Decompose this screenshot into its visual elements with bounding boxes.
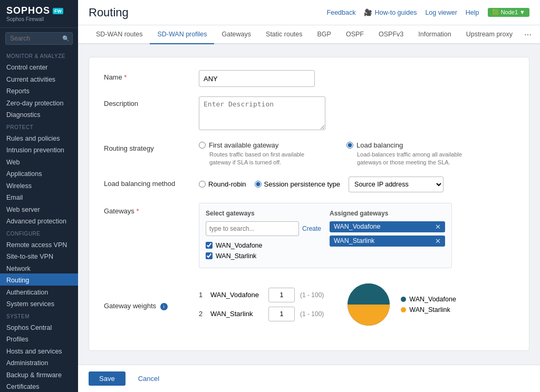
- sidebar-item-network[interactable]: Network: [0, 262, 78, 274]
- form-card: Name * Description Routing strategy: [89, 57, 529, 351]
- tab-more-icon[interactable]: ⋯: [520, 25, 536, 44]
- section-system: SYSTEM: [0, 309, 78, 321]
- lb-radio1-input[interactable]: [199, 181, 206, 188]
- sidebar-item-hosts[interactable]: Hosts and services: [0, 345, 78, 357]
- routing-option-lb: Load balancing Load-balances traffic amo…: [346, 141, 473, 167]
- feedback-link[interactable]: Feedback: [327, 9, 356, 16]
- sidebar-item-remote-vpn[interactable]: Remote access VPN: [0, 238, 78, 250]
- name-input[interactable]: [199, 70, 315, 87]
- tab-sd-wan-routes[interactable]: SD-WAN routes: [89, 25, 150, 44]
- routing-option1-label[interactable]: First available gateway: [199, 141, 325, 149]
- gateway-checkbox-1[interactable]: [206, 252, 213, 259]
- tab-upstream-proxy[interactable]: Upstream proxy: [459, 25, 520, 44]
- weight-input-1[interactable]: [268, 307, 295, 321]
- sidebar-item-intrusion[interactable]: Intrusion prevention: [0, 143, 78, 155]
- remove-assigned-1[interactable]: ✕: [435, 237, 441, 245]
- routing-radio2[interactable]: [346, 142, 353, 149]
- sidebar-item-control-center[interactable]: Control center: [0, 61, 78, 73]
- gateways-required: *: [136, 207, 139, 215]
- video-icon: 🎥: [364, 8, 372, 16]
- sidebar-item-zero-day[interactable]: Zero-day protection: [0, 96, 78, 109]
- sidebar-item-wireless[interactable]: Wireless: [0, 179, 78, 191]
- how-to-link[interactable]: 🎥 How-to guides: [364, 8, 417, 16]
- tab-ospfv3[interactable]: OSPFv3: [371, 25, 411, 44]
- weight-num-0: 1: [199, 291, 205, 299]
- sidebar-item-rules[interactable]: Rules and policies: [0, 132, 78, 144]
- lb-radio1[interactable]: Round-robin: [199, 180, 246, 188]
- description-row: Description: [104, 96, 514, 132]
- routing-radio1[interactable]: [199, 142, 206, 149]
- sidebar-item-site-vpn[interactable]: Site-to-site VPN: [0, 250, 78, 262]
- sidebar-item-reports[interactable]: Reports: [0, 84, 78, 96]
- sidebar-item-profiles[interactable]: Profiles: [0, 332, 78, 345]
- legend-item-1: WAN_Starlink: [401, 306, 456, 313]
- tabs: SD-WAN routes SD-WAN profiles Gateways S…: [78, 25, 540, 44]
- gateway-available-item-0: WAN_Vodafone: [206, 240, 321, 251]
- section-monitor: MONITOR & ANALYZE: [0, 49, 78, 61]
- gw-weights-row: Gateway weights i 1 WAN_Vodafone (1 - 10…: [104, 281, 514, 328]
- sidebar-item-current-activities[interactable]: Current activities: [0, 73, 78, 85]
- tab-sd-wan-profiles[interactable]: SD-WAN profiles: [150, 25, 214, 44]
- weight-name-1: WAN_Starlink: [210, 310, 263, 318]
- gw-weights-field: 1 WAN_Vodafone (1 - 100) 2 WAN_Starlink …: [199, 281, 514, 328]
- main-area: Routing Feedback 🎥 How-to guides Log vie…: [78, 0, 540, 392]
- lb-radio2[interactable]: Session persistence type: [255, 180, 341, 188]
- gateway-available-item-1: WAN_Starlink: [206, 251, 321, 261]
- section-configure: CONFIGURE: [0, 227, 78, 238]
- name-label: Name *: [104, 70, 199, 81]
- search-icon: 🔍: [62, 35, 70, 42]
- save-button[interactable]: Save: [89, 371, 126, 386]
- gateways-field: Select gateways Create WAN_Vodafone: [199, 203, 514, 268]
- sidebar-item-applications[interactable]: Applications: [0, 167, 78, 179]
- cancel-button[interactable]: Cancel: [132, 371, 166, 386]
- gw-search-row: Create: [206, 221, 321, 236]
- help-link[interactable]: Help: [466, 9, 479, 16]
- gateway-create-link[interactable]: Create: [302, 225, 321, 232]
- tab-ospf[interactable]: OSPF: [339, 25, 371, 44]
- remove-assigned-0[interactable]: ✕: [435, 223, 441, 231]
- name-row: Name *: [104, 70, 514, 87]
- sidebar-item-system-services[interactable]: System services: [0, 297, 78, 309]
- sidebar-item-authentication[interactable]: Authentication: [0, 286, 78, 298]
- sidebar-item-email[interactable]: Email: [0, 191, 78, 203]
- select-gateways-col: Select gateways Create WAN_Vodafone: [206, 210, 321, 261]
- lb-method-field: Round-robin Session persistence type Sou…: [199, 177, 514, 192]
- pie-chart-wrap: WAN_Vodafone WAN_Starlink: [345, 281, 456, 328]
- gateway-search-input[interactable]: [206, 221, 299, 236]
- legend-dot-0: [401, 297, 406, 302]
- select-gateways-title: Select gateways: [206, 210, 321, 217]
- node-badge[interactable]: 🟩 Node1 ▼: [488, 8, 529, 17]
- routing-option2-label[interactable]: Load balancing: [346, 141, 473, 149]
- sidebar-item-sophos-central[interactable]: Sophos Central: [0, 321, 78, 333]
- sidebar-item-routing[interactable]: Routing: [0, 273, 78, 286]
- gw-weight-row-0: 1 WAN_Vodafone (1 - 100): [199, 288, 324, 302]
- weight-input-0[interactable]: [268, 288, 295, 302]
- gateways-label: Gateways *: [104, 203, 199, 215]
- log-viewer-link[interactable]: Log viewer: [425, 9, 457, 16]
- tab-gateways[interactable]: Gateways: [214, 25, 258, 44]
- weight-range-0: (1 - 100): [300, 291, 324, 299]
- logo-badge: FW: [53, 8, 63, 14]
- sidebar-item-web[interactable]: Web: [0, 155, 78, 168]
- weight-num-1: 2: [199, 310, 205, 318]
- sidebar-item-backup[interactable]: Backup & firmware: [0, 368, 78, 380]
- routing-strategy-row: Routing strategy First available gateway…: [104, 141, 514, 167]
- tab-information[interactable]: Information: [411, 25, 459, 44]
- gw-weights-section: 1 WAN_Vodafone (1 - 100) 2 WAN_Starlink …: [199, 281, 514, 328]
- lb-radio2-input[interactable]: [255, 181, 262, 188]
- assigned-tag-1: WAN_Starlink ✕: [330, 236, 445, 247]
- sidebar-item-diagnostics[interactable]: Diagnostics: [0, 108, 78, 120]
- info-icon[interactable]: i: [160, 303, 168, 310]
- sidebar-item-administration[interactable]: Administration: [0, 356, 78, 368]
- gateway-checkbox-0[interactable]: [206, 242, 213, 249]
- sidebar-item-advanced[interactable]: Advanced protection: [0, 214, 78, 227]
- lb-select[interactable]: Source IP address Destination IP address…: [349, 177, 443, 192]
- sidebar-item-certificates[interactable]: Certificates: [0, 380, 78, 392]
- routing-option2-desc: Load-balances traffic among all availabl…: [357, 151, 473, 167]
- weight-name-0: WAN_Vodafone: [210, 291, 263, 299]
- sidebar-item-web-server[interactable]: Web server: [0, 203, 78, 215]
- description-input[interactable]: [199, 96, 325, 130]
- tab-static-routes[interactable]: Static routes: [258, 25, 310, 44]
- tab-bgp[interactable]: BGP: [310, 25, 339, 44]
- footer: Save Cancel: [78, 365, 540, 392]
